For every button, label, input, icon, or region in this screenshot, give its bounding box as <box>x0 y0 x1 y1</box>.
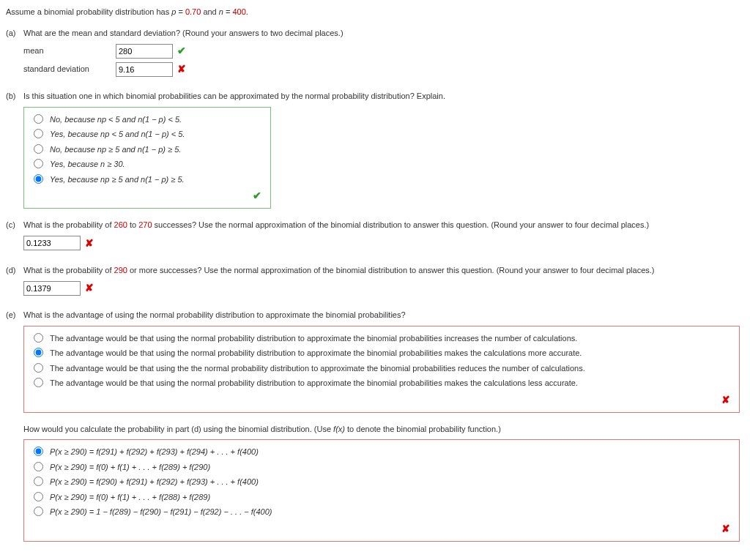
cross-icon: ✘ <box>177 61 186 77</box>
part-f-question: How would you calculate the probability … <box>23 423 744 436</box>
radio-b-1[interactable] <box>34 129 43 138</box>
part-c-input[interactable] <box>23 236 81 250</box>
mean-input[interactable] <box>116 44 173 59</box>
opt-f-0: P(x ≥ 290) = f(291) + f(292) + f(293) + … <box>50 446 259 458</box>
radio-f-3[interactable] <box>34 492 43 501</box>
opt-b-0: No, because np < 5 and n(1 − p) < 5. <box>50 113 182 126</box>
intro-text: Assume a binomial probability distributi… <box>6 7 171 16</box>
part-c-label: (c) <box>6 219 23 231</box>
part-e-question: What is the advantage of using the norma… <box>23 309 744 321</box>
sd-input[interactable] <box>116 62 173 77</box>
radio-e-2[interactable] <box>34 363 43 373</box>
part-d-input[interactable] <box>23 281 81 296</box>
part-e-label: (e) <box>6 309 23 321</box>
opt-e-1: The advantage would be that using the no… <box>50 347 582 359</box>
opt-f-3: P(x ≥ 290) = f(0) + f(1) + . . . + f(288… <box>50 491 210 504</box>
sd-label: standard deviation <box>23 63 111 75</box>
part-d-question: What is the probability of 290 or more s… <box>23 264 744 277</box>
radio-f-0[interactable] <box>34 447 43 456</box>
part-d-label: (d) <box>6 264 23 277</box>
cross-icon: ✘ <box>85 280 94 296</box>
radio-e-1[interactable] <box>34 348 43 357</box>
opt-f-2: P(x ≥ 290) = f(290) + f(291) + f(292) + … <box>50 476 259 488</box>
opt-e-3: The advantage would be that using the no… <box>50 377 578 389</box>
cross-icon: ✘ <box>721 523 730 534</box>
part-a: (a) What are the mean and standard devia… <box>6 27 744 81</box>
radio-b-3[interactable] <box>34 159 43 168</box>
part-a-label: (a) <box>6 27 23 40</box>
part-f-optionbox: P(x ≥ 290) = f(291) + f(292) + f(293) + … <box>23 439 740 542</box>
part-c: (c) What is the probability of 260 to 27… <box>6 219 744 254</box>
intro-n-val: 400 <box>232 7 245 16</box>
part-d: (d) What is the probability of 290 or mo… <box>6 264 744 299</box>
radio-f-2[interactable] <box>34 477 43 486</box>
part-e-optionbox: The advantage would be that using the no… <box>23 326 740 413</box>
radio-b-2[interactable] <box>34 144 43 154</box>
part-c-question: What is the probability of 260 to 270 su… <box>23 219 744 231</box>
radio-f-4[interactable] <box>34 507 43 516</box>
part-a-question: What are the mean and standard deviation… <box>23 27 744 40</box>
opt-e-0: The advantage would be that using the no… <box>50 332 577 345</box>
cross-icon: ✘ <box>721 394 730 406</box>
radio-e-3[interactable] <box>34 378 43 387</box>
part-b-optionbox: No, because np < 5 and n(1 − p) < 5. Yes… <box>23 107 271 209</box>
check-icon: ✔ <box>253 190 261 201</box>
opt-b-3: Yes, because n ≥ 30. <box>50 158 125 171</box>
opt-b-1: Yes, because np < 5 and n(1 − p) < 5. <box>50 128 185 141</box>
mean-label: mean <box>23 45 111 57</box>
radio-e-0[interactable] <box>34 333 43 343</box>
part-b-label: (b) <box>6 90 23 102</box>
opt-b-2: No, because np ≥ 5 and n(1 − p) ≥ 5. <box>50 143 181 156</box>
part-b: (b) Is this situation one in which binom… <box>6 90 744 209</box>
part-f: How would you calculate the probability … <box>23 423 744 542</box>
part-e: (e) What is the advantage of using the n… <box>6 309 744 413</box>
radio-b-0[interactable] <box>34 114 43 124</box>
intro-p-val: 0.70 <box>185 7 201 16</box>
opt-f-1: P(x ≥ 290) = f(0) + f(1) + . . . + f(289… <box>50 461 210 474</box>
opt-b-4: Yes, because np ≥ 5 and n(1 − p) ≥ 5. <box>50 173 185 186</box>
part-b-question: Is this situation one in which binomial … <box>23 90 744 102</box>
opt-e-2: The advantage would be that using the th… <box>50 362 585 375</box>
check-icon: ✔ <box>177 43 186 59</box>
radio-b-4[interactable] <box>34 174 43 184</box>
problem-intro: Assume a binomial probability distributi… <box>6 6 744 18</box>
radio-f-1[interactable] <box>34 462 43 471</box>
cross-icon: ✘ <box>85 236 94 251</box>
opt-f-4: P(x ≥ 290) = 1 − f(289) − f(290) − f(291… <box>50 506 272 518</box>
